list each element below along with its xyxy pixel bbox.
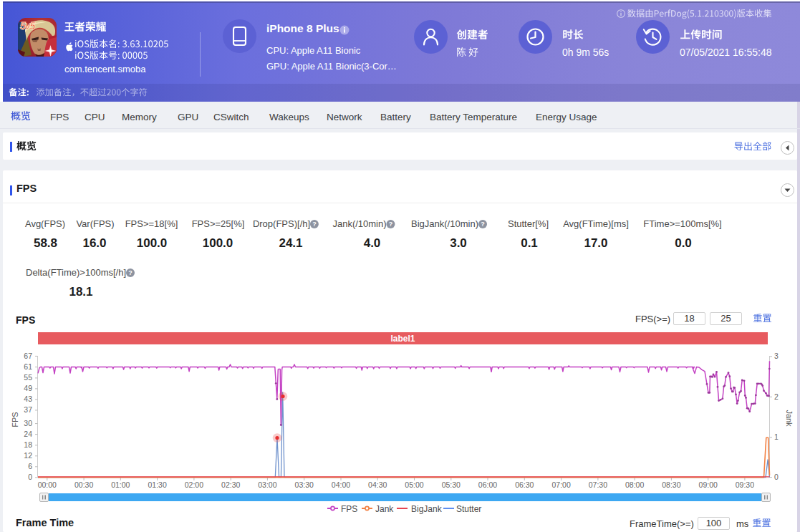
svg-text:3: 3 [774, 352, 779, 360]
svg-text:08:30: 08:30 [662, 480, 680, 489]
svg-text:5v5: 5v5 [20, 20, 36, 32]
svg-text:49: 49 [24, 384, 32, 392]
svg-text:00:00: 00:00 [38, 480, 57, 489]
svg-text:02:00: 02:00 [185, 480, 203, 489]
svg-text:FPS: FPS [11, 412, 19, 427]
svg-text:0: 0 [774, 473, 779, 481]
svg-text:2: 2 [774, 392, 779, 401]
svg-text:03:00: 03:00 [258, 480, 276, 489]
svg-text:24: 24 [24, 430, 32, 438]
svg-text:61: 61 [24, 362, 32, 371]
svg-text:0: 0 [28, 473, 32, 481]
svg-text:01:30: 01:30 [148, 480, 166, 489]
svg-text:06:00: 06:00 [478, 480, 497, 489]
svg-text:07:00: 07:00 [551, 480, 570, 489]
svg-text:09:30: 09:30 [736, 480, 754, 489]
svg-text:Jank: Jank [785, 410, 794, 427]
svg-text:03:30: 03:30 [295, 480, 314, 489]
svg-text:6: 6 [28, 462, 32, 470]
svg-text:30: 30 [24, 419, 32, 427]
svg-text:02:30: 02:30 [221, 480, 240, 489]
svg-text:05:30: 05:30 [442, 480, 461, 489]
svg-text:01:00: 01:00 [111, 480, 130, 489]
svg-text:67: 67 [24, 352, 32, 360]
svg-text:37: 37 [24, 405, 32, 414]
svg-text:00:30: 00:30 [74, 480, 93, 489]
svg-text:04:00: 04:00 [332, 480, 350, 489]
svg-text:08:00: 08:00 [625, 480, 644, 489]
svg-text:06:30: 06:30 [515, 480, 534, 489]
svg-text:05:00: 05:00 [405, 480, 423, 489]
svg-text:1: 1 [774, 432, 779, 441]
svg-text:07:30: 07:30 [589, 480, 607, 489]
svg-text:12: 12 [24, 451, 32, 460]
svg-text:04:30: 04:30 [368, 480, 387, 489]
svg-text:18: 18 [24, 440, 32, 449]
svg-text:09:00: 09:00 [699, 480, 718, 489]
svg-text:55: 55 [24, 373, 32, 382]
svg-text:43: 43 [24, 395, 32, 403]
